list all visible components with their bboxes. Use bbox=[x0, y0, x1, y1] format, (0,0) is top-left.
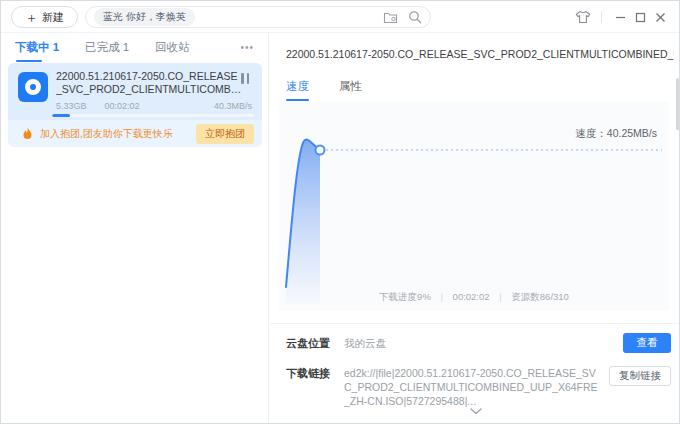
save-to-folder-icon[interactable] bbox=[383, 11, 398, 24]
task-elapsed-time: 00:02:02 bbox=[105, 101, 140, 111]
task-progress-fill bbox=[52, 114, 70, 117]
maximize-button[interactable] bbox=[630, 7, 650, 27]
current-speed-label: 速度：40.25MB/s bbox=[575, 127, 657, 141]
view-cloud-button[interactable]: 查看 bbox=[623, 333, 671, 353]
elapsed-time-stat: 00:02:02 bbox=[453, 291, 490, 302]
cloud-location-value: 我的云盘 bbox=[344, 337, 386, 351]
iso-file-icon bbox=[18, 72, 48, 102]
window-controls bbox=[573, 1, 679, 33]
plus-icon: ＋ bbox=[25, 11, 38, 24]
promo-banner: 加入抱团,团友助你下载更快乐 立即抱团 bbox=[8, 120, 262, 147]
flame-group-icon bbox=[22, 127, 33, 140]
search-query-text: 蓝光 你好，李焕英 bbox=[94, 8, 195, 26]
search-input[interactable]: 蓝光 你好，李焕英 bbox=[85, 6, 431, 28]
new-task-label: 新建 bbox=[42, 10, 64, 25]
toolbar: ＋ 新建 蓝光 你好，李焕英 bbox=[1, 1, 679, 33]
cloud-location-label: 云盘位置 bbox=[286, 336, 344, 351]
sidebar: 下载中 1 已完成 1 回收站 ••• 22000.51.210617-2050… bbox=[1, 33, 269, 424]
resources-stat: 资源数86/310 bbox=[511, 291, 569, 302]
app-window: ＋ 新建 蓝光 你好，李焕英 bbox=[0, 0, 680, 424]
tab-completed[interactable]: 已完成 1 bbox=[85, 34, 129, 61]
download-link-label: 下载链接 bbox=[286, 366, 344, 381]
cloud-location-row: 云盘位置 我的云盘 bbox=[286, 336, 666, 351]
controls-divider bbox=[601, 11, 602, 23]
tab-speed[interactable]: 速度 bbox=[286, 79, 309, 101]
detail-panel: 22000.51.210617-2050.CO_RELEASE_SVC_PROD… bbox=[270, 33, 680, 424]
theme-skin-icon[interactable] bbox=[573, 7, 593, 27]
promo-text: 加入抱团,团友助你下载更快乐 bbox=[40, 127, 173, 141]
sidebar-tabs: 下载中 1 已完成 1 回收站 ••• bbox=[1, 33, 268, 61]
speed-chart: 速度：40.25MB/s 下载进度9% | 00:02:02 | 资源数86/3… bbox=[279, 101, 669, 311]
section-divider bbox=[270, 323, 680, 324]
chart-footer-stats: 下载进度9% | 00:02:02 | 资源数86/310 bbox=[279, 291, 669, 304]
task-speed: 40.3MB/s bbox=[214, 101, 252, 111]
task-size: 5.33GB bbox=[56, 101, 87, 111]
download-progress-stat: 下载进度9% bbox=[379, 291, 431, 302]
tab-downloading[interactable]: 下载中 1 bbox=[15, 34, 59, 61]
detail-file-title: 22000.51.210617-2050.CO_RELEASE_SVC_PROD… bbox=[286, 48, 674, 60]
detail-tabs: 速度 属性 bbox=[286, 79, 392, 101]
search-icon[interactable] bbox=[408, 10, 422, 24]
scrollbar-thumb[interactable] bbox=[676, 78, 679, 130]
tab-recycle-bin[interactable]: 回收站 bbox=[155, 34, 190, 61]
tab-downloading-count: 1 bbox=[53, 41, 59, 53]
close-button[interactable] bbox=[650, 7, 670, 27]
tab-properties[interactable]: 属性 bbox=[339, 79, 362, 101]
task-title: 22000.51.210617-2050.CO_RELEASE_SVC_PROD… bbox=[56, 70, 242, 96]
pause-icon[interactable] bbox=[241, 73, 253, 85]
join-group-button[interactable]: 立即抱团 bbox=[196, 124, 254, 144]
task-progress-bar bbox=[52, 114, 254, 117]
tab-completed-count: 1 bbox=[123, 41, 129, 53]
copy-link-button[interactable]: 复制链接 bbox=[609, 366, 671, 386]
minimize-button[interactable] bbox=[610, 7, 630, 27]
new-task-button[interactable]: ＋ 新建 bbox=[11, 6, 78, 28]
more-menu-icon[interactable]: ••• bbox=[240, 42, 254, 53]
chevron-down-icon[interactable] bbox=[470, 401, 482, 419]
download-task-row[interactable]: 22000.51.210617-2050.CO_RELEASE_SVC_PROD… bbox=[8, 63, 262, 120]
